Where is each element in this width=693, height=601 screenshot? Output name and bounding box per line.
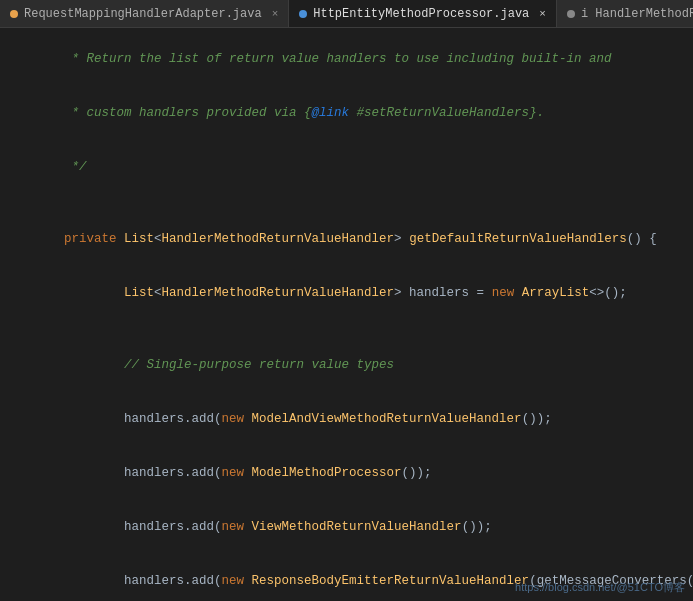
- tab-icon-orange: [10, 10, 18, 18]
- line-content: // Single-purpose return value types: [4, 338, 693, 392]
- line-content: List<HandlerMethodReturnValueHandler> ha…: [4, 266, 693, 320]
- tab-label-3: i HandlerMethodRetu: [581, 7, 693, 21]
- tab-http-entity[interactable]: HttpEntityMethodProcessor.java ×: [289, 0, 557, 27]
- code-line: handlers.add(new ResponseBodyEmitterRetu…: [0, 554, 693, 601]
- code-line: handlers.add(new ViewMethodReturnValueHa…: [0, 500, 693, 554]
- line-content: * custom handlers provided via {@link #s…: [4, 86, 693, 140]
- code-line: // Single-purpose return value types: [0, 338, 693, 392]
- line-content: handlers.add(new ResponseBodyEmitterRetu…: [4, 554, 693, 601]
- line-content: */: [4, 140, 693, 194]
- line-content: handlers.add(new ViewMethodReturnValueHa…: [4, 500, 693, 554]
- tab-icon-gray: [567, 10, 575, 18]
- line-content: * Return the list of return value handle…: [4, 32, 693, 86]
- code-line: */: [0, 140, 693, 194]
- code-line: handlers.add(new ModelMethodProcessor())…: [0, 446, 693, 500]
- line-content: handlers.add(new ModelMethodProcessor())…: [4, 446, 693, 500]
- code-line: [0, 320, 693, 338]
- code-line: private List<HandlerMethodReturnValueHan…: [0, 212, 693, 266]
- code-line: List<HandlerMethodReturnValueHandler> ha…: [0, 266, 693, 320]
- code-line: * Return the list of return value handle…: [0, 32, 693, 86]
- tab-handler-method[interactable]: i HandlerMethodRetu: [557, 0, 693, 27]
- code-line: [0, 194, 693, 212]
- code-area: * Return the list of return value handle…: [0, 28, 693, 601]
- close-icon-1[interactable]: ×: [272, 8, 279, 20]
- tab-request-mapping[interactable]: RequestMappingHandlerAdapter.java ×: [0, 0, 289, 27]
- tab-bar: RequestMappingHandlerAdapter.java × Http…: [0, 0, 693, 28]
- close-icon-2[interactable]: ×: [539, 8, 546, 20]
- code-line: * custom handlers provided via {@link #s…: [0, 86, 693, 140]
- code-line: handlers.add(new ModelAndViewMethodRetur…: [0, 392, 693, 446]
- tab-icon-blue: [299, 10, 307, 18]
- tab-label-2: HttpEntityMethodProcessor.java: [313, 7, 529, 21]
- tab-label-1: RequestMappingHandlerAdapter.java: [24, 7, 262, 21]
- line-content: private List<HandlerMethodReturnValueHan…: [4, 212, 693, 266]
- line-content: [4, 194, 693, 212]
- line-content: handlers.add(new ModelAndViewMethodRetur…: [4, 392, 693, 446]
